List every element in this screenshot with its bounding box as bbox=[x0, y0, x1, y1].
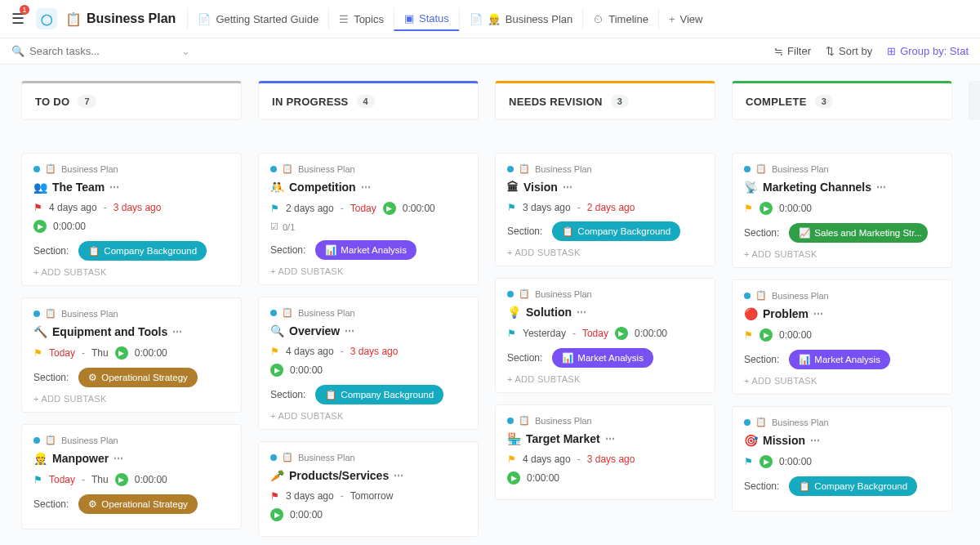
red-circle-icon: 🔴 bbox=[744, 307, 758, 320]
flag-icon: ⚑ bbox=[507, 453, 516, 465]
topbar: ☰1 ◯ 📋 Business Plan 📄Getting Started Gu… bbox=[0, 0, 980, 38]
column-header-complete[interactable]: COMPLETE 3 bbox=[732, 81, 952, 120]
card-marketing-channels[interactable]: 📋Business Plan 📡Marketing Channels⋯ ⚑▶0:… bbox=[732, 153, 952, 268]
sort-button[interactable]: ⇅Sort by bbox=[826, 45, 872, 57]
more-icon[interactable]: ⋯ bbox=[394, 470, 403, 481]
check-icon: ☑ bbox=[270, 221, 278, 232]
tab-business-plan[interactable]: 📄👷Business Plan bbox=[459, 8, 582, 30]
menu-toggle[interactable]: ☰1 bbox=[8, 7, 28, 31]
play-icon[interactable]: ▶ bbox=[760, 455, 773, 468]
more-icon[interactable]: ⋯ bbox=[577, 306, 586, 318]
team-icon: 👥 bbox=[33, 181, 47, 194]
section-chip[interactable]: 📋Company Background bbox=[315, 385, 443, 404]
more-icon[interactable]: ⋯ bbox=[810, 435, 820, 446]
play-icon[interactable]: ▶ bbox=[270, 364, 283, 377]
more-icon[interactable]: ⋯ bbox=[109, 181, 119, 193]
more-icon[interactable]: ⋯ bbox=[563, 181, 572, 193]
add-subtask-button[interactable]: + ADD SUBTASK bbox=[744, 376, 940, 386]
section-chip[interactable]: 📊Market Analysis bbox=[789, 350, 890, 369]
flag-icon: ⚑ bbox=[744, 456, 753, 467]
flag-icon: ⚑ bbox=[270, 346, 279, 357]
bulb-icon: 💡 bbox=[507, 306, 521, 319]
chevron-down-icon[interactable]: ⌄ bbox=[181, 45, 190, 57]
add-subtask-button[interactable]: + ADD SUBTASK bbox=[270, 411, 466, 421]
play-icon[interactable]: ▶ bbox=[115, 473, 128, 486]
column-in-progress: IN PROGRESS 4 📋Business Plan 🤼Competitio… bbox=[258, 81, 479, 545]
tab-status[interactable]: ▣Status bbox=[394, 7, 459, 31]
more-icon[interactable]: ⋯ bbox=[361, 181, 371, 193]
add-subtask-button[interactable]: + ADD SUBTASK bbox=[33, 267, 229, 277]
section-chip[interactable]: 📋Company Background bbox=[78, 241, 207, 261]
timeline-icon: ⏲ bbox=[593, 13, 604, 25]
play-icon[interactable]: ▶ bbox=[383, 202, 396, 215]
more-icon[interactable]: ⋯ bbox=[813, 308, 823, 319]
more-icon[interactable]: ⋯ bbox=[876, 181, 886, 193]
add-subtask-button[interactable]: + ADD SUBTASK bbox=[744, 249, 940, 259]
plus-icon: + bbox=[669, 13, 675, 25]
play-icon[interactable]: ▶ bbox=[270, 508, 283, 521]
play-icon[interactable]: ▶ bbox=[615, 327, 628, 340]
worker-icon: 👷 bbox=[488, 13, 501, 25]
column-header-revision[interactable]: NEEDS REVISION 3 bbox=[495, 81, 715, 120]
card-problem[interactable]: 📋Business Plan 🔴Problem⋯ ⚑▶0:00:00 Secti… bbox=[732, 279, 952, 395]
play-icon[interactable]: ▶ bbox=[760, 202, 773, 215]
card-manpower[interactable]: 📋Business Plan 👷Manpower⋯ ⚑Today-Thu▶0:0… bbox=[21, 424, 242, 529]
search-box[interactable]: 🔍 ⌄ bbox=[11, 45, 774, 57]
add-subtask-button[interactable]: + ADD SUBTASK bbox=[270, 266, 466, 276]
section-chip[interactable]: 📊Market Analysis bbox=[552, 348, 653, 368]
store-icon: 🏪 bbox=[507, 432, 521, 445]
card-overview[interactable]: 📋Business Plan 🔍Overview⋯ ⚑4 days ago-3 … bbox=[258, 297, 479, 430]
flag-icon: ⚑ bbox=[744, 329, 753, 341]
app-logo-icon[interactable]: ◯ bbox=[36, 8, 57, 29]
card-solution[interactable]: 📋Business Plan 💡Solution⋯ ⚑Yesterday-Tod… bbox=[495, 278, 715, 393]
add-subtask-button[interactable]: + ADD SUBTASK bbox=[507, 374, 703, 384]
section-chip[interactable]: 📋Company Background bbox=[789, 476, 917, 496]
add-subtask-button[interactable]: + ADD SUBTASK bbox=[507, 248, 703, 257]
card-target-market[interactable]: 📋Business Plan 🏪Target Market⋯ ⚑4 days a… bbox=[495, 404, 715, 500]
satellite-icon: 📡 bbox=[744, 181, 758, 194]
card-mission[interactable]: 📋Business Plan 🎯Mission⋯ ⚑▶0:00:00 Secti… bbox=[732, 406, 952, 511]
section-chip[interactable]: ⚙Operational Strategy bbox=[78, 368, 197, 387]
card-vision[interactable]: 📋Business Plan 🏛Vision⋯ ⚑3 days ago-2 da… bbox=[495, 153, 715, 266]
group-by-button[interactable]: ⊞Group by: Stat bbox=[887, 45, 969, 57]
more-icon[interactable]: ⋯ bbox=[345, 325, 354, 337]
more-icon[interactable]: ⋯ bbox=[172, 326, 182, 337]
play-icon[interactable]: ▶ bbox=[760, 328, 773, 342]
tab-topics[interactable]: ☰Topics bbox=[328, 8, 394, 30]
more-icon[interactable]: ⋯ bbox=[114, 453, 123, 464]
more-icon[interactable]: ⋯ bbox=[605, 433, 615, 444]
doc-icon: 📄 bbox=[198, 13, 211, 25]
card-competition[interactable]: 📋Business Plan 🤼Competition⋯ ⚑2 days ago… bbox=[258, 153, 479, 285]
column-todo: TO DO 7 📋Business Plan 👥The Team⋯ ⚑4 day… bbox=[21, 81, 242, 541]
card-products[interactable]: 📋Business Plan 🥕Products/Services⋯ ⚑3 da… bbox=[258, 441, 479, 537]
card-the-team[interactable]: 📋Business Plan 👥The Team⋯ ⚑4 days ago-3 … bbox=[21, 153, 242, 286]
column-header-todo[interactable]: TO DO 7 bbox=[21, 81, 242, 120]
column-header-progress[interactable]: IN PROGRESS 4 bbox=[258, 81, 479, 120]
column-needs-revision: NEEDS REVISION 3 📋Business Plan 🏛Vision⋯… bbox=[495, 81, 715, 511]
column-complete: COMPLETE 3 📋Business Plan 📡Marketing Cha… bbox=[732, 81, 952, 523]
section-chip[interactable]: ⚙Operational Strategy bbox=[78, 494, 197, 514]
tab-timeline[interactable]: ⏲Timeline bbox=[582, 8, 658, 30]
toolbar-right: ≒Filter ⇅Sort by ⊞Group by: Stat bbox=[774, 45, 969, 57]
sort-icon: ⇅ bbox=[826, 45, 835, 57]
filter-button[interactable]: ≒Filter bbox=[774, 45, 811, 57]
status-dot-icon bbox=[33, 166, 40, 172]
section-chip[interactable]: 📊Market Analysis bbox=[315, 240, 416, 260]
flag-icon: ⚑ bbox=[507, 328, 516, 339]
tab-add-view[interactable]: +View bbox=[658, 8, 713, 30]
notification-badge: 1 bbox=[20, 5, 29, 15]
column-header-placeholder[interactable] bbox=[969, 81, 980, 120]
section-chip[interactable]: 📋Company Background bbox=[552, 221, 680, 241]
view-tabs: 📄Getting Started Guide ☰Topics ▣Status 📄… bbox=[187, 7, 712, 31]
magnifier-icon: 🔍 bbox=[270, 324, 284, 337]
add-subtask-button[interactable]: + ADD SUBTASK bbox=[33, 394, 229, 404]
play-icon[interactable]: ▶ bbox=[507, 471, 520, 485]
card-equipment[interactable]: 📋Business Plan 🔨Equipment and Tools⋯ ⚑To… bbox=[21, 297, 242, 413]
tab-getting-started[interactable]: 📄Getting Started Guide bbox=[187, 8, 328, 30]
play-icon[interactable]: ▶ bbox=[115, 346, 128, 360]
search-input[interactable] bbox=[29, 45, 160, 57]
search-icon: 🔍 bbox=[11, 45, 24, 57]
flag-icon: ⚑ bbox=[33, 474, 42, 485]
play-icon[interactable]: ▶ bbox=[33, 220, 47, 233]
section-chip[interactable]: 📈Sales and Marketing Str... bbox=[789, 223, 928, 243]
